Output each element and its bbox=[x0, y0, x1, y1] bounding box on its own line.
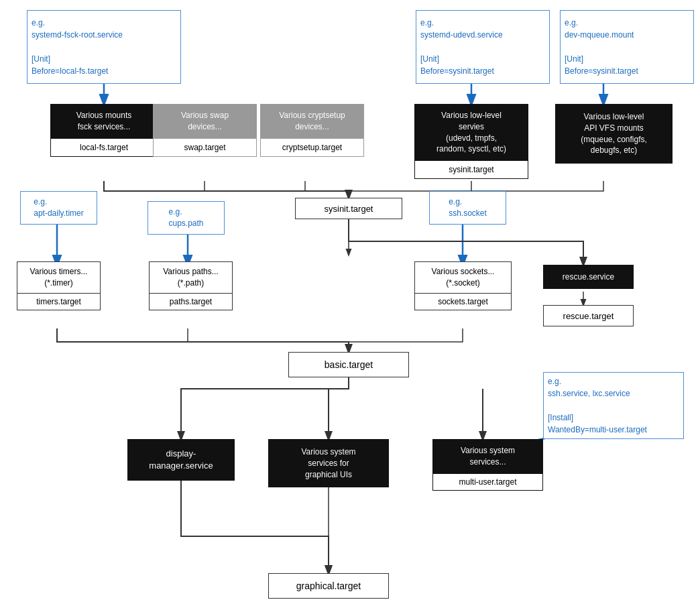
rescue-service-node: rescue.service bbox=[543, 265, 634, 289]
eg-ssh-lxc-box: e.g. ssh.service, lxc.service [Install] … bbox=[543, 372, 684, 439]
apt-daily-box: e.g. apt-daily.timer bbox=[20, 191, 97, 225]
timers-node: Various timers...(*.timer) timers.target bbox=[17, 261, 101, 310]
graphical-svc-node: Various systemservices forgraphical UIs bbox=[268, 439, 389, 487]
low-level-serv-bottom: sysinit.target bbox=[415, 160, 528, 178]
cups-path-box: e.g. cups.path bbox=[148, 201, 225, 235]
sysinit-target: sysinit.target bbox=[295, 198, 402, 219]
eg3-box: e.g. dev-mqueue.mount [Unit] Before=sysi… bbox=[560, 10, 694, 84]
rescue-target: rescue.target bbox=[543, 305, 634, 326]
eg2-text: e.g. systemd-udevd.service [Unit] Before… bbox=[420, 17, 545, 77]
apt-daily-text: e.g. apt-daily.timer bbox=[34, 196, 83, 219]
eg1-box: e.g. systemd-fsck-root.service [Unit] Be… bbox=[27, 10, 181, 84]
low-level-serv-top: Various low-levelservies(udevd, tmpfs,ra… bbox=[415, 105, 528, 160]
timers-top: Various timers...(*.timer) bbox=[17, 262, 100, 293]
low-level-api-node: Various low-levelAPI VFS mounts(mqueue, … bbox=[555, 104, 673, 164]
low-level-serv-node: Various low-levelservies(udevd, tmpfs,ra… bbox=[414, 104, 528, 179]
eg-ssh-lxc-text: e.g. ssh.service, lxc.service [Install] … bbox=[548, 375, 679, 436]
cups-path-text: e.g. cups.path bbox=[168, 206, 203, 229]
swap-top: Various swapdevices... bbox=[154, 105, 256, 138]
multi-user-bottom: multi-user.target bbox=[433, 473, 542, 490]
swap-node: Various swapdevices... swap.target bbox=[153, 104, 257, 157]
local-fs-node: Various mountsfsck services... local-fs.… bbox=[50, 104, 158, 157]
paths-bottom: paths.target bbox=[150, 293, 232, 310]
basic-target: basic.target bbox=[288, 352, 409, 377]
paths-top: Various paths...(*.path) bbox=[150, 262, 232, 293]
display-manager-node: display-manager.service bbox=[127, 439, 235, 481]
graphical-label: graphical.target bbox=[296, 581, 361, 591]
sockets-top: Various sockets...(*.socket) bbox=[415, 262, 511, 293]
local-fs-bottom: local-fs.target bbox=[51, 138, 157, 156]
paths-node: Various paths...(*.path) paths.target bbox=[149, 261, 233, 310]
ssh-socket-box: e.g. ssh.socket bbox=[429, 191, 506, 225]
cryptsetup-top: Various cryptsetupdevices... bbox=[261, 105, 363, 138]
local-fs-top: Various mountsfsck services... bbox=[51, 105, 157, 138]
ssh-socket-text: e.g. ssh.socket bbox=[449, 196, 487, 219]
eg2-box: e.g. systemd-udevd.service [Unit] Before… bbox=[416, 10, 550, 84]
graphical-target: graphical.target bbox=[268, 573, 389, 599]
multi-user-node: Various systemservices... multi-user.tar… bbox=[432, 439, 543, 491]
rescue-target-label: rescue.target bbox=[563, 311, 614, 321]
cryptsetup-bottom: cryptsetup.target bbox=[261, 138, 363, 156]
eg3-text: e.g. dev-mqueue.mount [Unit] Before=sysi… bbox=[565, 17, 689, 77]
basic-label: basic.target bbox=[325, 359, 373, 370]
eg1-text: e.g. systemd-fsck-root.service [Unit] Be… bbox=[32, 17, 176, 77]
diagram: e.g. systemd-fsck-root.service [Unit] Be… bbox=[0, 0, 700, 608]
sysinit-label: sysinit.target bbox=[325, 204, 373, 214]
timers-bottom: timers.target bbox=[17, 293, 100, 310]
sockets-bottom: sockets.target bbox=[415, 293, 511, 310]
sockets-node: Various sockets...(*.socket) sockets.tar… bbox=[414, 261, 512, 310]
swap-bottom: swap.target bbox=[154, 138, 256, 156]
cryptsetup-node: Various cryptsetupdevices... cryptsetup.… bbox=[260, 104, 364, 157]
multi-user-top: Various systemservices... bbox=[433, 440, 542, 473]
